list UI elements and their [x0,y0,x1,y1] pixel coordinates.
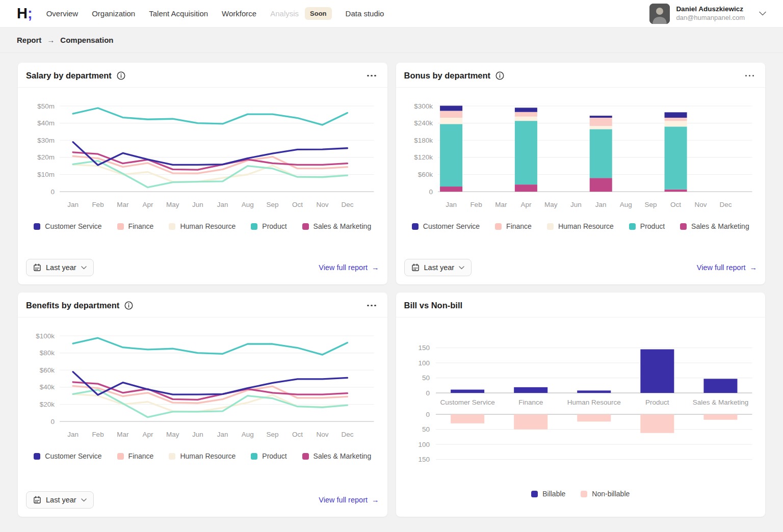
svg-text:Feb: Feb [470,201,482,208]
svg-text:$240k: $240k [414,119,433,127]
svg-text:Mar: Mar [117,431,129,438]
legend-item: Customer Service [34,222,101,230]
legend-item: Non-billable [581,490,630,498]
svg-text:0: 0 [426,411,430,418]
svg-text:$10m: $10m [37,171,55,178]
svg-text:Jan: Jan [217,431,228,438]
legend-swatch [547,223,554,230]
legend-item: Product [629,222,665,230]
svg-text:Jan: Jan [67,431,79,438]
svg-text:Aug: Aug [242,201,254,208]
more-menu-icon[interactable] [744,72,755,80]
salary-line-chart: $50m$40m$30m$20m$10m0JanFebMarAprMayJunJ… [26,97,379,215]
top-nav: H; Overview Organization Talent Acquisit… [0,0,783,28]
date-range-label: Last year [46,496,76,504]
legend-item: Human Resource [547,222,614,230]
card-title: Bonus by department [404,71,491,81]
legend-swatch [680,223,687,230]
legend-item: Finance [117,222,154,230]
legend-label: Customer Service [423,222,480,230]
svg-text:$80k: $80k [40,349,55,357]
view-full-report-link[interactable]: View full report → [319,496,379,504]
svg-text:Jan: Jan [446,201,457,208]
legend-swatch [34,223,40,230]
arrow-right-icon: → [372,496,379,504]
nav-talent-acquisition[interactable]: Talent Acquisition [149,9,208,18]
legend-swatch [412,223,419,230]
svg-text:0: 0 [51,418,55,425]
svg-text:Sep: Sep [644,201,657,208]
date-range-label: Last year [424,263,455,272]
legend-label: Sales & Marketing [314,222,372,230]
legend-label: Non-billable [592,490,630,498]
breadcrumb: Report → Compensation [0,28,783,53]
legend-swatch [34,453,40,460]
card-header: Benefits by department [18,292,387,317]
svg-text:Human Resource: Human Resource [567,398,620,406]
view-full-report-link[interactable]: View full report → [319,263,379,272]
info-icon[interactable] [495,71,504,80]
legend-item: Sales & Marketing [302,452,372,460]
date-range-button[interactable]: Last year [26,491,94,509]
svg-text:May: May [166,431,179,438]
svg-text:Sep: Sep [267,431,279,438]
breadcrumb-report[interactable]: Report [17,36,41,44]
card-header: Salary by department [18,63,387,88]
svg-text:Nov: Nov [694,201,707,208]
legend-label: Product [640,222,665,230]
svg-text:Oct: Oct [670,201,681,208]
user-meta: Daniel Aduszkiewicz dan@humanpanel.com [676,5,745,22]
app-logo[interactable]: H; [17,6,32,21]
view-full-report-link[interactable]: View full report → [697,263,757,272]
calendar-icon [33,496,41,504]
salary-card: Salary by department $50m$40m$30m$20m$10… [18,63,387,284]
user-menu[interactable]: Daniel Aduszkiewicz dan@humanpanel.com [649,4,766,24]
nav-overview[interactable]: Overview [46,9,79,18]
svg-text:$30m: $30m [37,137,55,144]
date-range-button[interactable]: Last year [404,259,472,276]
legend-label: Product [262,452,286,460]
legend-swatch [251,223,257,230]
dashboard-grid: Salary by department $50m$40m$30m$20m$10… [0,53,783,517]
bill-legend: BillableNon-billable [404,490,758,498]
svg-text:50: 50 [422,374,430,382]
svg-text:Product: Product [645,398,669,406]
date-range-button[interactable]: Last year [26,259,94,276]
legend-swatch [302,223,309,230]
legend-label: Billable [542,490,565,498]
legend-swatch [169,223,175,230]
svg-text:Dec: Dec [719,201,732,208]
svg-text:0: 0 [426,389,430,397]
nav-organization[interactable]: Organization [92,9,135,18]
bill-diverging-bar-chart: 150100500050100150Customer ServiceFinanc… [404,336,758,467]
info-icon[interactable] [124,301,133,310]
card-body: $300k$240k$180k$120k$60k0JanFebMarAprMay… [396,88,766,252]
view-full-report-label: View full report [697,263,746,272]
legend-swatch [302,453,309,460]
more-menu-icon[interactable] [366,72,377,80]
info-icon[interactable] [117,71,125,80]
svg-text:$60k: $60k [417,171,433,178]
svg-text:Customer Service: Customer Service [440,398,494,406]
breadcrumb-compensation: Compensation [60,36,113,44]
svg-text:100: 100 [418,441,430,448]
svg-text:Oct: Oct [292,431,303,438]
user-name: Daniel Aduszkiewicz [676,5,745,14]
more-menu-icon[interactable] [366,302,377,310]
legend-label: Human Resource [180,222,236,230]
nav-workforce[interactable]: Workforce [222,9,256,18]
benefits-line-chart: $100k$80k$60k$40k$20k0JanFebMarAprMayJun… [26,327,379,445]
card-body: $50m$40m$30m$20m$10m0JanFebMarAprMayJunJ… [18,88,387,252]
bill-vs-nonbill-card: Bill vs Non-bill 150100500050100150Custo… [396,292,766,517]
chevron-down-icon [81,498,87,502]
legend-item: Customer Service [412,222,480,230]
chevron-down-icon[interactable] [759,11,766,16]
view-full-report-label: View full report [319,496,368,504]
svg-text:Apr: Apr [142,201,153,208]
svg-text:$20m: $20m [37,153,55,161]
nav-data-studio[interactable]: Data studio [346,9,384,18]
svg-text:Mar: Mar [495,201,507,208]
legend-item: Sales & Marketing [680,222,749,230]
logo-h: H [17,5,27,21]
svg-text:$100k: $100k [36,332,55,340]
